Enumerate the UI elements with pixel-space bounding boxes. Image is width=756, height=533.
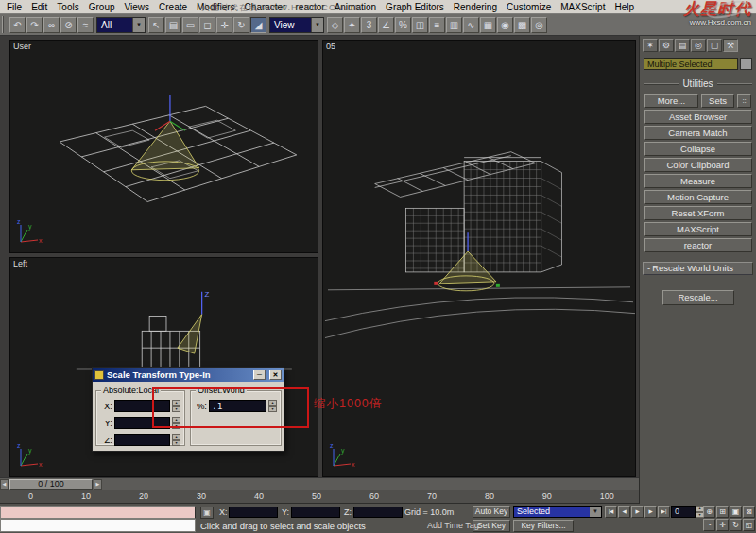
utilities-tab[interactable]: ⚒ (723, 39, 738, 52)
add-time-tag[interactable]: Add Time Tag (427, 521, 479, 530)
maxscript-button[interactable]: MAXScript (644, 222, 752, 236)
menu-edit[interactable]: Edit (26, 0, 52, 14)
camera-match-button[interactable]: Camera Match (644, 126, 752, 140)
previous-frame-button[interactable]: ◀ (618, 506, 630, 518)
menu-animation[interactable]: Animation (330, 0, 381, 14)
rectangular-region-icon[interactable]: ▭ (182, 17, 198, 33)
minimize-icon[interactable]: ─ (253, 370, 266, 380)
align-icon[interactable]: ≡ (429, 17, 445, 33)
menu-views[interactable]: Views (120, 0, 155, 14)
menu-character[interactable]: Character (240, 0, 291, 14)
menu-create[interactable]: Create (154, 0, 192, 14)
reference-coordinate-dropdown[interactable]: View ▼ (269, 17, 324, 33)
unlink-selection-icon[interactable]: ⊘ (60, 17, 77, 33)
asset-browser-button[interactable]: Asset Browser (644, 110, 752, 124)
absolute-z-field[interactable] (114, 434, 170, 446)
frame-back-icon[interactable]: ◀ (0, 479, 9, 490)
time-slider-track[interactable]: ◀ 0 / 100 ▶ (0, 477, 639, 490)
bind-to-space-warp-icon[interactable]: ≈ (77, 17, 94, 33)
select-object-icon[interactable]: ↖ (148, 17, 164, 33)
time-slider-handle[interactable]: 0 / 100 (9, 479, 93, 490)
field-of-view-icon[interactable]: ◔ (703, 519, 715, 531)
motion-capture-button[interactable]: Motion Capture (644, 190, 752, 204)
select-and-manipulate-icon[interactable]: ✦ (344, 17, 360, 33)
more-utilities-button[interactable]: More... (644, 94, 698, 108)
modify-tab[interactable]: ⚙ (659, 39, 674, 52)
display-tab[interactable]: ▢ (707, 39, 722, 52)
menu-group[interactable]: Group (84, 0, 120, 14)
select-by-name-icon[interactable]: ▤ (165, 17, 181, 33)
menu-customize[interactable]: Customize (502, 0, 556, 14)
dialog-title-bar[interactable]: Scale Transform Type-In ─ ✕ (93, 368, 284, 382)
go-to-start-button[interactable]: |◀ (605, 506, 617, 518)
auto-key-button[interactable]: Auto Key (472, 506, 510, 518)
y-coord-field[interactable] (291, 507, 340, 518)
crossing-selection-icon[interactable]: ◻ (199, 17, 215, 33)
x-coord-field[interactable] (229, 507, 278, 518)
sets-button[interactable]: Sets (701, 94, 734, 108)
frame-forward-icon[interactable]: ▶ (94, 479, 102, 490)
mirror-icon[interactable]: ◫ (412, 17, 428, 33)
current-frame-field[interactable]: 0 (671, 506, 696, 518)
chevron-down-icon[interactable]: ▼ (311, 18, 323, 32)
track-bar[interactable]: 0102030405060708090100 (0, 490, 639, 504)
select-and-link-icon[interactable]: ∞ (43, 17, 60, 33)
measure-button[interactable]: Measure (644, 174, 752, 188)
chevron-down-icon[interactable]: ▼ (132, 18, 145, 32)
zoom-extents-icon[interactable]: ▣ (730, 506, 742, 518)
percent-snap-icon[interactable]: % (395, 17, 411, 33)
menu-tools[interactable]: Tools (52, 0, 83, 14)
menu-rendering[interactable]: Rendering (449, 0, 502, 14)
user-viewport-canvas[interactable] (10, 41, 318, 252)
z-coord-field[interactable] (353, 507, 403, 518)
menu-reactor[interactable]: reactor (291, 0, 330, 14)
configure-button-sets-icon[interactable]: :: (737, 94, 751, 108)
redo-icon[interactable]: ↷ (26, 17, 43, 33)
reactor-button[interactable]: reactor (644, 238, 752, 252)
schematic-view-icon[interactable]: ▦ (480, 17, 496, 33)
viewport-label[interactable]: Left (13, 259, 27, 268)
rescale-world-units-rollout[interactable]: - Rescale World Units (643, 262, 753, 275)
material-editor-icon[interactable]: ◉ (497, 17, 513, 33)
viewport-label[interactable]: 05 (326, 42, 335, 51)
key-mode-dropdown[interactable]: Selected ▼ (513, 506, 602, 518)
use-pivot-center-icon[interactable]: ◇ (327, 17, 343, 33)
zoom-extents-all-icon[interactable]: ⊠ (743, 506, 755, 518)
undo-icon[interactable]: ↶ (9, 17, 26, 33)
render-scene-icon[interactable]: ▩ (514, 17, 530, 33)
select-and-scale-icon[interactable]: ◢ (250, 17, 266, 33)
arc-rotate-icon[interactable]: ↻ (730, 519, 742, 531)
selection-lock-icon[interactable]: ▣ (200, 507, 214, 519)
pan-icon[interactable]: ✛ (716, 519, 729, 531)
maxscript-mini-listener[interactable] (0, 519, 196, 532)
object-color-swatch[interactable] (740, 58, 752, 70)
curve-editor-icon[interactable]: ∿ (463, 17, 479, 33)
color-clipboard-button[interactable]: Color Clipboard (644, 158, 752, 172)
play-button[interactable]: ▶ (631, 506, 644, 518)
layer-manager-icon[interactable]: ▥ (446, 17, 462, 33)
min-max-toggle-icon[interactable]: ◱ (743, 519, 755, 531)
selection-name-field[interactable]: Multiple Selected (644, 58, 738, 70)
go-to-end-button[interactable]: ▶| (658, 506, 670, 518)
menu-file[interactable]: File (2, 0, 26, 14)
collapse-button[interactable]: Collapse (644, 142, 752, 156)
absolute-z-spinner[interactable]: ▴ ▾ (172, 434, 180, 446)
quick-render-icon[interactable]: ◎ (531, 17, 547, 33)
rescale-button[interactable]: Rescale... (662, 290, 734, 305)
snap-toggle-icon[interactable]: 3 (361, 17, 377, 33)
macro-recorder-field[interactable] (0, 506, 196, 519)
select-and-move-icon[interactable]: ✛ (216, 17, 232, 33)
viewport-label[interactable]: User (13, 42, 31, 51)
menu-maxscript[interactable]: MAXScript (556, 0, 610, 14)
select-and-rotate-icon[interactable]: ↻ (233, 17, 249, 33)
create-tab[interactable]: ✶ (643, 39, 658, 52)
close-icon[interactable]: ✕ (269, 370, 282, 380)
motion-tab[interactable]: ◎ (691, 39, 706, 52)
viewport-user[interactable]: User (9, 40, 318, 253)
zoom-icon[interactable]: ⊕ (703, 506, 715, 518)
chevron-down-icon[interactable]: ▼ (590, 507, 601, 517)
reset-xform-button[interactable]: Reset XForm (644, 206, 752, 220)
hierarchy-tab[interactable]: ▤ (675, 39, 690, 52)
menu-graph-editors[interactable]: Graph Editors (381, 0, 449, 14)
angle-snap-icon[interactable]: ∠ (378, 17, 394, 33)
